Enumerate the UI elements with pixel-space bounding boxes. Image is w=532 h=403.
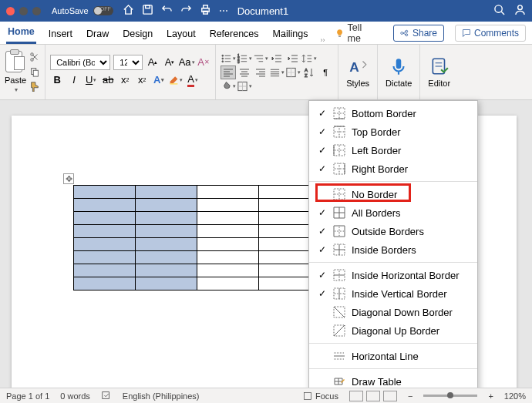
align-right-icon[interactable] <box>253 65 268 79</box>
paste-button[interactable]: Paste ▾ <box>5 51 26 93</box>
undo-icon[interactable] <box>161 4 173 18</box>
zoom-out-icon[interactable]: − <box>408 391 412 401</box>
tab-layout[interactable]: Layout <box>165 24 197 44</box>
text-effects-icon[interactable]: A <box>152 73 166 87</box>
check-icon: ✓ <box>317 226 327 237</box>
borders-dropdown[interactable] <box>237 79 252 93</box>
sort-icon[interactable]: AZ <box>301 65 317 79</box>
font-name-select[interactable]: Calibri (Bo… <box>50 55 110 70</box>
view-buttons[interactable] <box>349 391 397 401</box>
increase-font-icon[interactable]: A▴ <box>146 55 160 69</box>
tab-insert[interactable]: Insert <box>47 24 74 44</box>
b-left-icon <box>333 144 345 156</box>
font-size-select[interactable]: 12 <box>113 55 143 70</box>
language-indicator[interactable]: English (Philippines) <box>123 391 200 401</box>
highlight-icon[interactable] <box>169 73 183 87</box>
menu-item-b-all[interactable]: ✓All Borders <box>309 203 477 222</box>
svg-rect-26 <box>103 391 109 398</box>
print-icon[interactable] <box>200 4 211 18</box>
zoom-slider[interactable] <box>423 395 477 397</box>
focus-mode[interactable]: Focus <box>303 391 338 401</box>
window-controls[interactable] <box>6 7 41 15</box>
menu-item-b-du[interactable]: Diagonal Up Border <box>309 321 477 340</box>
align-left-icon[interactable] <box>221 65 236 79</box>
tab-mailings[interactable]: Mailings <box>271 24 310 44</box>
spellcheck-icon[interactable] <box>101 390 112 402</box>
show-marks-icon[interactable]: ¶ <box>318 65 333 79</box>
menu-item-label: Bottom Border <box>352 108 416 119</box>
multilevel-icon[interactable] <box>253 52 268 65</box>
borders-button[interactable] <box>285 65 301 79</box>
close-window-icon[interactable] <box>6 7 15 15</box>
format-painter-icon[interactable] <box>29 81 40 93</box>
change-case-icon[interactable]: Aa <box>180 55 194 69</box>
cut-icon[interactable] <box>29 52 40 64</box>
zoom-in-icon[interactable]: + <box>488 391 493 401</box>
save-icon[interactable] <box>142 4 153 18</box>
styles-group[interactable]: A Styles <box>338 45 378 99</box>
svg-rect-11 <box>33 70 38 76</box>
home-icon[interactable] <box>123 4 134 18</box>
table-row <box>74 251 321 264</box>
redo-icon[interactable] <box>180 4 192 18</box>
numbering-icon[interactable]: 123 <box>237 52 252 65</box>
share-button[interactable]: Share <box>393 25 444 42</box>
menu-item-b-iv[interactable]: ✓Inside Vertical Border <box>309 284 477 303</box>
menu-item-b-ih[interactable]: ✓Inside Horizontal Border <box>309 266 477 284</box>
zoom-level[interactable]: 120% <box>504 391 526 401</box>
tab-draw[interactable]: Draw <box>85 24 110 44</box>
tab-references[interactable]: References <box>208 24 261 44</box>
search-icon[interactable] <box>493 4 505 18</box>
word-count[interactable]: 0 words <box>60 391 90 401</box>
menu-item-b-dd[interactable]: Diagonal Down Border <box>309 303 477 321</box>
comments-button[interactable]: Comments <box>455 25 526 42</box>
copy-icon[interactable] <box>29 66 40 79</box>
shading-icon[interactable] <box>221 79 236 93</box>
minimize-window-icon[interactable] <box>19 7 28 15</box>
check-icon: ✓ <box>317 207 327 218</box>
tab-design[interactable]: Design <box>121 24 154 44</box>
font-group: Calibri (Bo… 12 A▴ A▾ Aa A✕ B I U ab x2 … <box>45 45 216 99</box>
editor-group[interactable]: Editor <box>420 45 458 99</box>
line-spacing-icon[interactable] <box>301 52 317 65</box>
menu-item-b-bottom[interactable]: ✓Bottom Border <box>309 104 477 123</box>
autosave-toggle[interactable]: AutoSave OFF <box>52 6 113 15</box>
menu-item-b-in[interactable]: ✓Inside Borders <box>309 240 477 259</box>
font-color-icon[interactable]: A <box>186 73 200 87</box>
decrease-indent-icon[interactable] <box>269 52 285 65</box>
strike-button[interactable]: ab <box>101 73 115 87</box>
more-icon[interactable]: ⋯ <box>219 5 228 16</box>
maximize-window-icon[interactable] <box>32 7 41 15</box>
menu-item-b-right[interactable]: ✓Right Border <box>309 160 477 178</box>
bullets-icon[interactable] <box>221 52 236 65</box>
menu-item-hline[interactable]: Horizontal Line <box>309 347 477 365</box>
account-icon[interactable] <box>514 4 526 18</box>
align-center-icon[interactable] <box>237 65 252 79</box>
tab-home[interactable]: Home <box>6 22 36 44</box>
superscript-button[interactable]: x2 <box>135 73 149 87</box>
table-row <box>74 264 321 277</box>
table-anchor-icon[interactable]: ✥ <box>63 173 74 184</box>
svg-rect-12 <box>170 83 178 85</box>
justify-icon[interactable] <box>269 65 285 79</box>
document-table[interactable] <box>73 185 321 290</box>
bold-button[interactable]: B <box>50 73 64 87</box>
tell-me[interactable]: Tell me <box>335 22 372 44</box>
menu-item-b-none[interactable]: No Border <box>309 185 477 203</box>
menu-item-b-left[interactable]: ✓Left Border <box>309 141 477 160</box>
b-dd-icon <box>333 306 345 318</box>
clear-format-icon[interactable]: A✕ <box>197 55 210 69</box>
dictate-group[interactable]: Dictate <box>378 45 420 99</box>
increase-indent-icon[interactable] <box>285 52 301 65</box>
decrease-font-icon[interactable]: A▾ <box>163 55 177 69</box>
mic-icon <box>389 56 409 76</box>
underline-button[interactable]: U <box>84 73 98 87</box>
page-indicator[interactable]: Page 1 of 1 <box>6 391 49 401</box>
table-row <box>74 238 321 251</box>
italic-button[interactable]: I <box>67 73 81 87</box>
menu-item-label: Outside Borders <box>352 226 424 237</box>
menu-item-b-top[interactable]: ✓Top Border <box>309 123 477 141</box>
menu-item-b-out[interactable]: ✓Outside Borders <box>309 222 477 240</box>
subscript-button[interactable]: x2 <box>118 73 132 87</box>
overflow-icon[interactable]: ›› <box>320 36 325 44</box>
